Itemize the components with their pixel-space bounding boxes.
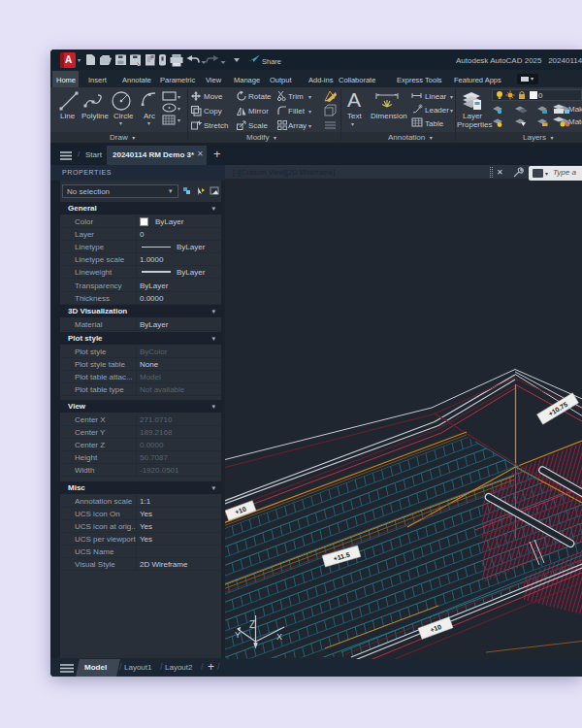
- svg-text:Z: Z: [249, 619, 255, 630]
- svg-text:Y: Y: [235, 630, 241, 640]
- svg-text:X: X: [276, 632, 282, 642]
